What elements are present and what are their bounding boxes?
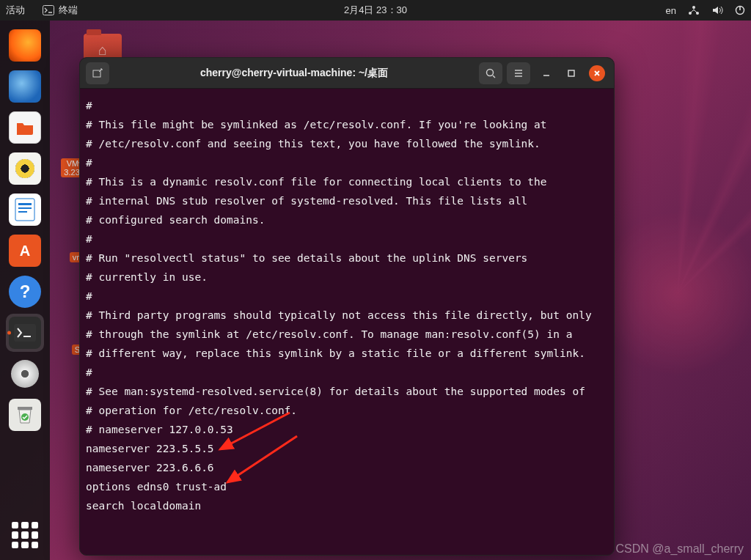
- terminal-icon: [43, 5, 54, 15]
- terminal-line: # currently in use.: [86, 268, 608, 287]
- search-icon: [485, 67, 497, 79]
- svg-rect-10: [14, 324, 36, 342]
- terminal-line: #: [86, 153, 608, 172]
- top-panel: 活动 终端 2月4日 23：30 en: [0, 0, 751, 21]
- svg-rect-9: [18, 211, 27, 213]
- svg-rect-6: [15, 199, 34, 221]
- dock-terminal[interactable]: [6, 314, 44, 352]
- terminal-line: search localdomain: [86, 496, 608, 515]
- terminal-line: nameserver 223.6.6.6: [86, 458, 608, 477]
- dock-trash[interactable]: [6, 396, 44, 434]
- terminal-line: # different way, replace this symlink by…: [86, 344, 608, 363]
- terminal-line: #: [86, 229, 608, 248]
- app-menu-label: 终端: [59, 4, 78, 17]
- maximize-icon: [567, 69, 576, 78]
- hamburger-icon: [513, 67, 524, 79]
- terminal-content[interactable]: ## This file might be symlinked as /etc/…: [80, 89, 614, 555]
- power-icon[interactable]: [735, 5, 745, 15]
- libreoffice-writer-icon: [9, 194, 41, 226]
- dock-help[interactable]: ?: [6, 273, 44, 311]
- terminal-line: # Third party programs should typically …: [86, 306, 608, 325]
- rhythmbox-icon: [9, 152, 41, 185]
- dock-rhythmbox[interactable]: [6, 150, 44, 188]
- terminal-line: # internal DNS stub resolver of systemd-…: [86, 191, 608, 210]
- terminal-line: # nameserver 127.0.0.53: [86, 420, 608, 439]
- terminal-line: # This is a dynamic resolv.conf file for…: [86, 172, 608, 191]
- minimize-button[interactable]: [539, 66, 554, 81]
- svg-rect-11: [18, 407, 32, 410]
- app-menu[interactable]: 终端: [43, 4, 78, 17]
- svg-point-14: [487, 69, 494, 75]
- terminal-line: # See man:systemd-resolved.service(8) fo…: [86, 382, 608, 401]
- help-icon: ?: [9, 276, 41, 308]
- new-tab-icon: [92, 67, 103, 79]
- running-indicator: [7, 331, 11, 335]
- close-icon: [593, 69, 601, 78]
- dock-software[interactable]: A: [6, 232, 44, 270]
- network-icon[interactable]: [688, 5, 700, 15]
- svg-rect-0: [43, 6, 54, 15]
- svg-rect-7: [18, 203, 32, 205]
- volume-icon[interactable]: [711, 5, 723, 15]
- input-lang[interactable]: en: [666, 5, 676, 16]
- disc-icon: [9, 358, 41, 390]
- svg-line-15: [493, 75, 495, 78]
- dock-libreoffice-writer[interactable]: [6, 191, 44, 229]
- dock-firefox[interactable]: [6, 26, 44, 65]
- dock-disc[interactable]: [6, 355, 44, 393]
- show-applications[interactable]: [12, 522, 38, 548]
- watermark: CSDN @a_small_cherry: [615, 542, 744, 556]
- terminal-line: # operation for /etc/resolv.conf.: [86, 401, 608, 420]
- terminal-line: # This file might be symlinked as /etc/r…: [86, 115, 608, 134]
- thunderbird-icon: [9, 70, 41, 103]
- svg-rect-20: [568, 70, 574, 76]
- svg-point-1: [692, 6, 695, 9]
- files-icon: [9, 111, 41, 144]
- window-title: cherry@cherry-virtual-machine: ~/桌面: [114, 67, 475, 80]
- dock-files[interactable]: [6, 108, 44, 147]
- dock-thunderbird[interactable]: [6, 67, 44, 106]
- new-tab-button[interactable]: [86, 62, 109, 84]
- terminal-line: options edns0 trust-ad: [86, 477, 608, 496]
- terminal-line: # /etc/resolv.conf and seeing this text,…: [86, 134, 608, 153]
- clock[interactable]: 2月4日 23：30: [344, 4, 407, 17]
- dock: A ?: [0, 21, 50, 560]
- menu-button[interactable]: [507, 62, 530, 84]
- terminal-line: # configured search domains.: [86, 210, 608, 229]
- minimize-icon: [542, 69, 551, 78]
- terminal-line: # through the symlink at /etc/resolv.con…: [86, 325, 608, 344]
- maximize-button[interactable]: [564, 66, 579, 81]
- terminal-line: nameserver 223.5.5.5: [86, 439, 608, 458]
- terminal-line: #: [86, 363, 608, 382]
- terminal-line: #: [86, 96, 608, 115]
- svg-rect-8: [18, 207, 32, 209]
- close-button[interactable]: [589, 65, 605, 81]
- terminal-line: # Run "resolvectl status" to see details…: [86, 248, 608, 268]
- terminal-app-icon: [9, 317, 41, 349]
- ubuntu-software-icon: A: [9, 235, 41, 267]
- activities-button[interactable]: 活动: [6, 4, 25, 17]
- window-titlebar[interactable]: cherry@cherry-virtual-machine: ~/桌面: [80, 58, 614, 89]
- terminal-line: #: [86, 287, 608, 306]
- firefox-icon: [9, 29, 41, 62]
- terminal-window: cherry@cherry-virtual-machine: ~/桌面 ## T…: [79, 57, 615, 556]
- search-button[interactable]: [479, 62, 502, 84]
- trash-icon: [9, 399, 41, 431]
